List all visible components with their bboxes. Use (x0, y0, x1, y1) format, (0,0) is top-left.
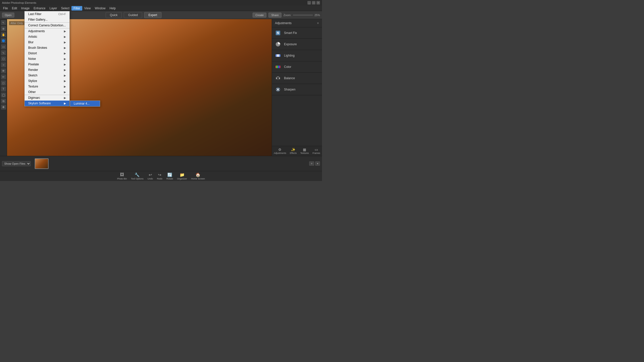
zoom-slider[interactable] (293, 15, 313, 16)
tool-zoom[interactable]: ⊕ (1, 26, 6, 31)
adj-exposure[interactable]: Exposure (272, 39, 322, 50)
tool-hand[interactable]: ✋ (1, 32, 6, 37)
svg-rect-8 (276, 78, 277, 79)
menu-view[interactable]: View (82, 6, 93, 11)
smart-fix-label: Smart Fix (284, 31, 297, 35)
rtab-adjustments[interactable]: ⚙ Adjustments (273, 147, 287, 155)
menu-image[interactable]: Image (19, 6, 31, 11)
btbar-organizer[interactable]: 📁 Organizer (177, 172, 187, 180)
tool-eraser[interactable]: ◻ (1, 80, 6, 85)
filter-render[interactable]: Render ▶ (25, 67, 69, 73)
menu-window[interactable]: Window (93, 6, 108, 11)
digimarc-label: Digimarc (28, 96, 40, 100)
stylize-label: Stylize (28, 79, 37, 83)
btbar-undo[interactable]: ↩ Undo (147, 172, 153, 180)
menu-edit[interactable]: Edit (10, 6, 19, 11)
tool-marquee[interactable]: ▭ (1, 44, 6, 49)
btbar-tool-options[interactable]: 🔧 Tool Options (131, 172, 143, 180)
svg-rect-3 (275, 54, 280, 57)
filter-other[interactable]: Other ▶ (25, 89, 69, 95)
tab-guided[interactable]: Guided (124, 12, 142, 18)
tool-eyedropper[interactable]: 🔵 (1, 38, 6, 43)
adjustments-tab-icon: ⚙ (278, 148, 281, 152)
filmstrip-collapse-btn[interactable]: ≡ (309, 161, 314, 166)
sharpen-icon (274, 86, 281, 93)
tool-crop[interactable]: ⌗ (1, 62, 6, 67)
tool-shape[interactable]: ◯ (1, 93, 6, 98)
skylum-arrow: ▶ (64, 102, 66, 105)
create-button[interactable]: Create (253, 13, 266, 18)
rtab-effects[interactable]: ✨ Effects (289, 147, 298, 155)
filter-artistic[interactable]: Artistic ▶ (25, 34, 69, 39)
svg-rect-9 (279, 78, 280, 79)
tab-quick[interactable]: Quick (106, 12, 122, 18)
adj-balance[interactable]: Balance (272, 73, 322, 84)
menu-filter[interactable]: Filter (71, 6, 82, 11)
menu-help[interactable]: Help (107, 6, 118, 11)
filter-adjustments[interactable]: Adjustments ▶ (25, 28, 69, 34)
tool-quick-selection[interactable]: ⬡ (1, 56, 6, 61)
filter-skylum-software[interactable]: Skylum Software ▶ Luminar 4... (25, 101, 69, 106)
tool-move2[interactable]: ✥ (1, 105, 6, 110)
texture-arrow: ▶ (64, 85, 66, 88)
menu-file[interactable]: File (1, 6, 10, 11)
last-filter-label: Last Filter (28, 12, 42, 16)
filter-last-filter[interactable]: Last Filter Ctrl+F (25, 11, 69, 17)
tool-text[interactable]: T (1, 86, 6, 92)
rtab-frames[interactable]: ▭ Frames (311, 147, 321, 155)
photo-bin-label: Photo Bin (117, 177, 127, 180)
render-label: Render (28, 68, 38, 72)
filter-sketch[interactable]: Sketch ▶ (25, 73, 69, 78)
filter-blur[interactable]: Blur ▶ (25, 39, 69, 45)
open-button[interactable]: Open (2, 13, 14, 18)
pixelate-label: Pixelate (28, 63, 39, 66)
adj-color[interactable]: Color (272, 61, 322, 73)
tab-expert[interactable]: Expert (144, 12, 162, 18)
btbar-home-screen[interactable]: 🏠 Home Screen (191, 172, 205, 180)
tool-clone[interactable]: ⧉ (1, 99, 6, 104)
filmstrip-options-btn[interactable]: ▾ (315, 161, 320, 166)
bottom-toolbar: 🖼 Photo Bin 🔧 Tool Options ↩ Undo ↪ Redo… (0, 171, 322, 181)
adj-lighting[interactable]: Lighting (272, 50, 322, 61)
blur-arrow: ▶ (64, 41, 66, 44)
color-label: Color (284, 65, 291, 69)
open-files-select[interactable]: Show Open Files (2, 161, 31, 166)
menu-select[interactable]: Select (59, 6, 71, 11)
close-button[interactable]: × (316, 1, 320, 5)
share-button[interactable]: Share (268, 13, 281, 18)
filter-noise[interactable]: Noise ▶ (25, 56, 69, 62)
correct-camera-label: Correct Camera Distortion... (28, 24, 66, 27)
adj-sharpen[interactable]: Sharpen (272, 84, 322, 95)
filter-correct-camera[interactable]: Correct Camera Distortion... (25, 22, 69, 28)
luminar4-item[interactable]: Luminar 4... (70, 101, 100, 106)
btbar-photo-bin[interactable]: 🖼 Photo Bin (117, 172, 127, 180)
skylum-submenu: Luminar 4... (70, 101, 100, 107)
menu-layer[interactable]: Layer (48, 6, 59, 11)
other-arrow: ▶ (64, 90, 66, 94)
titlebar-left: Adobe Photoshop Elements (2, 1, 36, 4)
adj-smart-fix[interactable]: Smart Fix (272, 27, 322, 39)
close-panel-button[interactable]: × (317, 21, 319, 25)
filter-gallery[interactable]: Filter Gallery... (25, 17, 69, 22)
filter-pixelate[interactable]: Pixelate ▶ (25, 62, 69, 67)
tool-brush[interactable]: ✏ (1, 74, 6, 79)
filter-stylize[interactable]: Stylize ▶ (25, 78, 69, 84)
tool-lasso[interactable]: ∿ (1, 50, 6, 55)
filter-digimarc[interactable]: Digimarc ▶ (25, 95, 69, 101)
btbar-redo[interactable]: ↪ Redo (157, 172, 163, 180)
filter-texture[interactable]: Texture ▶ (25, 84, 69, 89)
tool-move[interactable]: ↖ (1, 20, 6, 25)
menu-enhance[interactable]: Enhance (31, 6, 47, 11)
titlebar-controls[interactable]: _ □ × (307, 1, 320, 5)
filmstrip-thumb-1[interactable] (35, 158, 49, 169)
rtab-textures[interactable]: ▦ Textures (299, 147, 310, 155)
btbar-rotate[interactable]: 🔄 Rotate (167, 172, 173, 180)
tool-redeye[interactable]: 👁 (1, 68, 6, 73)
filter-distort[interactable]: Distort ▶ (25, 51, 69, 56)
textures-tab-icon: ▦ (303, 148, 306, 152)
filter-brush-strokes[interactable]: Brush Strokes ▶ (25, 45, 69, 51)
pixelate-arrow: ▶ (64, 63, 66, 66)
brush-strokes-arrow: ▶ (64, 46, 66, 50)
maximize-button[interactable]: □ (312, 1, 315, 5)
minimize-button[interactable]: _ (307, 1, 311, 5)
